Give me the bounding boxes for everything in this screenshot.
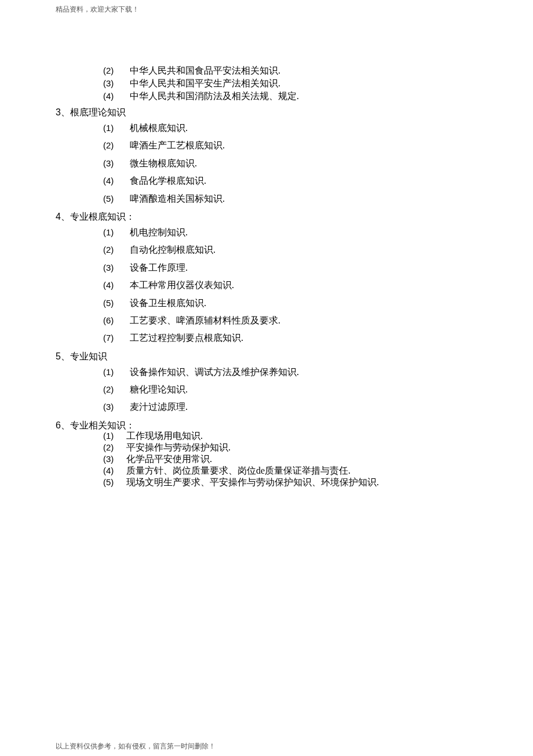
list-item: (4) 质量方针、岗位质量要求、岗位de质量保证举措与责任. xyxy=(103,466,484,475)
item-marker: (2) xyxy=(103,66,130,75)
section-number: 5 xyxy=(56,352,61,361)
section-3-list: (1) 机械根底知识. (2) 啤酒生产工艺根底知识. (3) 微生物根底知识.… xyxy=(56,122,484,205)
section-title: 专业相关知识： xyxy=(70,421,135,430)
list-item: (1) 工作现场用电知识. xyxy=(103,431,484,441)
item-marker: (3) xyxy=(103,455,126,463)
item-marker: (6) xyxy=(103,314,130,326)
section-separator: 、 xyxy=(61,421,70,430)
list-item: (2) 中华人民共和国食品平安法相关知识. xyxy=(103,66,484,75)
item-text: 机电控制知识. xyxy=(130,226,188,239)
section-heading-4: 4 、 专业根底知识： xyxy=(56,212,484,221)
item-text: 工艺过程控制要点根底知识. xyxy=(130,332,243,344)
list-item: (7) 工艺过程控制要点根底知识. xyxy=(103,332,484,344)
section-title: 专业知识 xyxy=(70,352,107,361)
list-item: (3) 麦汁过滤原理. xyxy=(103,401,484,413)
list-item: (5) 现场文明生产要求、平安操作与劳动保护知识、环境保护知识. xyxy=(103,478,484,487)
document-body: (2) 中华人民共和国食品平安法相关知识. (3) 中华人民共和国平安生产法相关… xyxy=(56,65,484,489)
section-heading-5: 5 、 专业知识 xyxy=(56,352,484,361)
item-marker: (5) xyxy=(103,192,130,205)
item-marker: (3) xyxy=(103,261,130,274)
section-number: 3 xyxy=(56,108,61,117)
list-item: (2) 糖化理论知识. xyxy=(103,383,484,396)
section-heading-3: 3 、 根底理论知识 xyxy=(56,108,484,117)
item-text: 麦汁过滤原理. xyxy=(130,401,188,413)
item-text: 机械根底知识. xyxy=(130,122,188,135)
item-text: 本工种常用仪器仪表知识. xyxy=(130,279,234,292)
footer-note: 以上资料仅供参考，如有侵权，留言第一时间删除！ xyxy=(56,742,216,751)
item-marker: (5) xyxy=(103,478,126,486)
item-text: 工艺要求、啤酒原辅材料性质及要求. xyxy=(130,314,280,327)
item-text: 啤酒生产工艺根底知识. xyxy=(130,139,225,152)
item-text: 平安操作与劳动保护知识. xyxy=(126,443,231,452)
item-text: 设备操作知识、调试方法及维护保养知识. xyxy=(130,366,299,379)
list-item: (1) 设备操作知识、调试方法及维护保养知识. xyxy=(103,366,484,379)
list-item: (4) 食品化学根底知识. xyxy=(103,175,484,187)
item-text: 微生物根底知识. xyxy=(130,157,197,170)
list-item: (3) 设备工作原理. xyxy=(103,261,484,274)
item-text: 设备工作原理. xyxy=(130,261,188,274)
item-marker: (1) xyxy=(103,122,130,134)
section-number: 6 xyxy=(56,421,61,430)
section-title: 根底理论知识 xyxy=(70,108,126,117)
item-marker: (4) xyxy=(103,92,130,100)
list-item: (4) 中华人民共和国消防法及相关法规、规定. xyxy=(103,92,484,101)
section-separator: 、 xyxy=(61,108,70,117)
item-text: 啤酒酿造相关国标知识. xyxy=(130,192,225,205)
list-item: (4) 本工种常用仪器仪表知识. xyxy=(103,279,484,292)
top-continuation-list: (2) 中华人民共和国食品平安法相关知识. (3) 中华人民共和国平安生产法相关… xyxy=(56,66,484,101)
item-marker: (4) xyxy=(103,175,130,187)
item-marker: (1) xyxy=(103,431,126,440)
list-item: (2) 自动化控制根底知识. xyxy=(103,243,484,256)
item-marker: (4) xyxy=(103,466,126,475)
list-item: (2) 平安操作与劳动保护知识. xyxy=(103,443,484,452)
item-marker: (1) xyxy=(103,226,130,238)
section-separator: 、 xyxy=(61,212,70,221)
section-heading-6: 6 、 专业相关知识： xyxy=(56,421,484,430)
item-marker: (2) xyxy=(103,383,130,395)
section-number: 4 xyxy=(56,212,61,221)
list-item: (1) 机械根底知识. xyxy=(103,122,484,135)
item-marker: (5) xyxy=(103,297,130,309)
item-text: 质量方针、岗位质量要求、岗位de质量保证举措与责任. xyxy=(126,466,351,475)
item-marker: (3) xyxy=(103,157,130,169)
section-title: 专业根底知识： xyxy=(70,212,135,221)
list-item: (3) 中华人民共和国平安生产法相关知识. xyxy=(103,79,484,88)
item-marker: (2) xyxy=(103,443,126,452)
section-6-list: (1) 工作现场用电知识. (2) 平安操作与劳动保护知识. (3) 化学品平安… xyxy=(56,431,484,487)
item-text: 工作现场用电知识. xyxy=(126,431,203,441)
item-text: 中华人民共和国食品平安法相关知识. xyxy=(130,66,280,75)
list-item: (2) 啤酒生产工艺根底知识. xyxy=(103,139,484,152)
item-text: 化学品平安使用常识. xyxy=(126,455,212,464)
list-item: (5) 啤酒酿造相关国标知识. xyxy=(103,192,484,205)
list-item: (6) 工艺要求、啤酒原辅材料性质及要求. xyxy=(103,314,484,327)
item-marker: (3) xyxy=(103,79,130,88)
item-text: 中华人民共和国平安生产法相关知识. xyxy=(130,79,280,88)
item-marker: (2) xyxy=(103,243,130,256)
header-note: 精品资料，欢迎大家下载！ xyxy=(56,5,139,14)
section-5-list: (1) 设备操作知识、调试方法及维护保养知识. (2) 糖化理论知识. (3) … xyxy=(56,366,484,414)
item-marker: (3) xyxy=(103,401,130,413)
item-marker: (4) xyxy=(103,279,130,291)
item-marker: (1) xyxy=(103,366,130,378)
list-item: (3) 微生物根底知识. xyxy=(103,157,484,170)
item-marker: (7) xyxy=(103,332,130,344)
item-text: 糖化理论知识. xyxy=(130,383,188,396)
list-item: (3) 化学品平安使用常识. xyxy=(103,455,484,464)
item-text: 自动化控制根底知识. xyxy=(130,243,216,256)
item-text: 设备卫生根底知识. xyxy=(130,297,206,310)
section-4-list: (1) 机电控制知识. (2) 自动化控制根底知识. (3) 设备工作原理. (… xyxy=(56,226,484,345)
item-marker: (2) xyxy=(103,139,130,151)
list-item: (1) 机电控制知识. xyxy=(103,226,484,239)
list-item: (5) 设备卫生根底知识. xyxy=(103,297,484,310)
item-text: 食品化学根底知识. xyxy=(130,175,206,187)
item-text: 中华人民共和国消防法及相关法规、规定. xyxy=(130,92,299,101)
item-text: 现场文明生产要求、平安操作与劳动保护知识、环境保护知识. xyxy=(126,478,379,487)
section-separator: 、 xyxy=(61,352,70,361)
